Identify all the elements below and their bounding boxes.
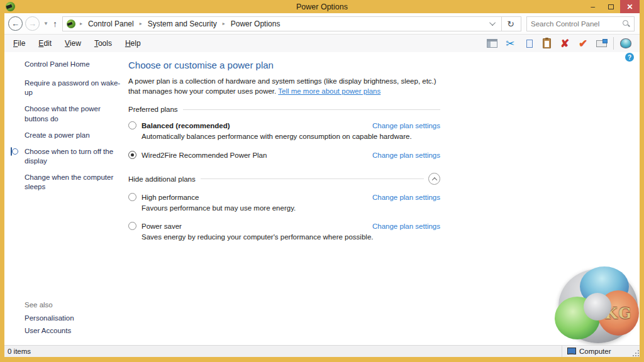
up-button[interactable]: ↑ xyxy=(53,19,57,29)
computer-icon xyxy=(567,348,576,355)
kitguru-watermark-logo: KG xyxy=(558,269,638,343)
collapse-button[interactable] xyxy=(428,173,440,185)
toolbar-separator xyxy=(613,37,614,50)
minimize-button[interactable]: – xyxy=(584,0,602,13)
plan-wired2fire: Wired2Fire Recommended Power Plan Change… xyxy=(128,151,440,159)
sidebar-item-turn-off-display[interactable]: Choose when to turn off the display xyxy=(25,147,121,166)
display-clock-icon xyxy=(11,147,20,156)
power-options-window: Power Options – ✕ ← → ▼ ↑ ▸ Control Pane… xyxy=(0,0,644,362)
search-input[interactable] xyxy=(531,20,622,28)
plan-description: Favours performance but may use more ene… xyxy=(142,204,440,212)
menu-tools[interactable]: Tools xyxy=(94,39,112,48)
search-icon[interactable] xyxy=(622,19,630,28)
cut-icon[interactable]: ✂ xyxy=(504,37,516,50)
close-button[interactable]: ✕ xyxy=(620,0,640,13)
plan-high-performance: High performance Change plan settings Fa… xyxy=(128,193,440,212)
chevron-right-icon: ▸ xyxy=(135,21,147,26)
divider xyxy=(183,109,440,110)
plan-name: Balanced (recommended) xyxy=(142,122,230,129)
kg-logo-text: KG xyxy=(604,304,631,322)
sidebar-task-list: Require a password on wake-up Choose wha… xyxy=(4,79,125,192)
radio-balanced[interactable] xyxy=(128,121,136,129)
breadcrumb-control-panel[interactable]: Control Panel xyxy=(87,18,135,30)
content-area: Control Panel Home Require a password on… xyxy=(4,52,640,345)
plan-name: High performance xyxy=(142,194,199,201)
group-label: Hide additional plans xyxy=(128,175,196,183)
see-also-section: See also Personalisation User Accounts xyxy=(25,301,74,339)
page-title: Choose or customise a power plan xyxy=(128,60,440,70)
menu-help[interactable]: Help xyxy=(125,39,141,48)
classic-toolbar: ✂ ✘ ✔ xyxy=(486,37,636,50)
sidebar: Control Panel Home Require a password on… xyxy=(4,52,125,345)
change-plan-settings-link[interactable]: Change plan settings xyxy=(372,194,440,201)
back-button[interactable]: ← xyxy=(8,16,23,31)
computer-label: Computer xyxy=(579,348,611,355)
menu-file[interactable]: File xyxy=(13,39,25,48)
additional-plans-header: Hide additional plans xyxy=(128,173,440,185)
email-icon[interactable] xyxy=(595,37,608,50)
breadcrumb-power-options[interactable]: Power Options xyxy=(230,18,282,30)
plan-name: Power saver xyxy=(142,222,182,230)
history-dropdown-icon[interactable]: ▼ xyxy=(43,21,48,26)
forward-button[interactable]: → xyxy=(25,16,40,31)
main-panel: Choose or customise a power plan A power… xyxy=(128,52,440,241)
chevron-down-icon[interactable] xyxy=(489,19,496,26)
sidebar-item-computer-sleeps[interactable]: Change when the computer sleeps xyxy=(25,173,121,192)
radio-wired2fire[interactable] xyxy=(128,151,136,159)
resize-grip[interactable] xyxy=(633,350,639,356)
sidebar-item-label: Change when the computer sleeps xyxy=(25,173,113,190)
refresh-button[interactable]: ↻ xyxy=(502,17,519,31)
address-bar[interactable]: ▸ Control Panel ▸ System and Security ▸ … xyxy=(62,16,521,31)
sidebar-item-user-accounts[interactable]: User Accounts xyxy=(25,327,74,334)
sidebar-item-personalisation[interactable]: Personalisation xyxy=(25,314,74,322)
help-button[interactable]: ? xyxy=(625,53,634,62)
power-options-icon xyxy=(67,19,75,28)
window-title: Power Options xyxy=(0,3,644,11)
preferred-plans-header: Preferred plans xyxy=(128,106,440,113)
change-plan-settings-link[interactable]: Change plan settings xyxy=(372,122,440,129)
change-plan-settings-link[interactable]: Change plan settings xyxy=(372,222,440,230)
delete-icon[interactable]: ✘ xyxy=(558,37,571,50)
breadcrumb-system-and-security[interactable]: System and Security xyxy=(147,18,218,30)
status-bar-computer-section: Computer xyxy=(562,346,640,357)
chevron-right-icon: ▸ xyxy=(218,21,230,26)
sidebar-item-create-power-plan[interactable]: Create a power plan xyxy=(25,131,121,140)
copy-icon[interactable] xyxy=(522,37,535,50)
group-label: Preferred plans xyxy=(128,106,178,113)
paste-icon[interactable] xyxy=(540,37,553,50)
maximize-icon xyxy=(608,4,614,9)
plan-description: Automatically balances performance with … xyxy=(142,133,440,140)
plan-description: Saves energy by reducing your computer's… xyxy=(142,233,440,241)
chevron-right-icon: ▸ xyxy=(75,21,87,26)
intro-paragraph: A power plan is a collection of hardware… xyxy=(128,76,440,96)
sidebar-item-require-password[interactable]: Require a password on wake-up xyxy=(25,79,121,97)
caption-buttons: – ✕ xyxy=(584,0,640,13)
change-plan-settings-link[interactable]: Change plan settings xyxy=(372,151,440,159)
menu-edit[interactable]: Edit xyxy=(38,39,52,48)
address-bar-controls: ↻ xyxy=(489,17,519,31)
plan-power-saver: Power saver Change plan settings Saves e… xyxy=(128,222,440,241)
navigation-bar: ← → ▼ ↑ ▸ Control Panel ▸ System and Sec… xyxy=(4,13,640,35)
menu-bar: File Edit View Tools Help ✂ ✘ ✔ ? xyxy=(4,35,640,52)
plan-balanced: Balanced (recommended) Change plan setti… xyxy=(128,121,440,140)
items-count: 0 items xyxy=(4,348,31,355)
plan-name: Wired2Fire Recommended Power Plan xyxy=(142,151,267,159)
sidebar-item-power-buttons[interactable]: Choose what the power buttons do xyxy=(25,104,121,123)
status-bar: 0 items Computer xyxy=(4,345,640,357)
tell-me-more-link[interactable]: Tell me more about power plans xyxy=(278,87,380,95)
sidebar-item-control-panel-home[interactable]: Control Panel Home xyxy=(25,60,125,68)
radio-power-saver[interactable] xyxy=(128,222,136,230)
radio-high-performance[interactable] xyxy=(128,193,136,201)
chevron-up-icon xyxy=(431,177,436,182)
sidebar-item-label: Choose when to turn off the display xyxy=(25,148,113,165)
organize-panes-icon[interactable] xyxy=(486,37,498,50)
rename-icon[interactable]: ✔ xyxy=(577,37,589,50)
search-box[interactable] xyxy=(526,16,635,31)
sleep-icon xyxy=(11,173,20,182)
maximize-button[interactable] xyxy=(602,0,620,13)
menu-view[interactable]: View xyxy=(65,39,81,48)
see-also-title: See also xyxy=(25,301,74,309)
title-bar: Power Options – ✕ xyxy=(0,0,644,13)
divider xyxy=(201,178,424,179)
classic-shell-icon[interactable] xyxy=(619,37,632,50)
